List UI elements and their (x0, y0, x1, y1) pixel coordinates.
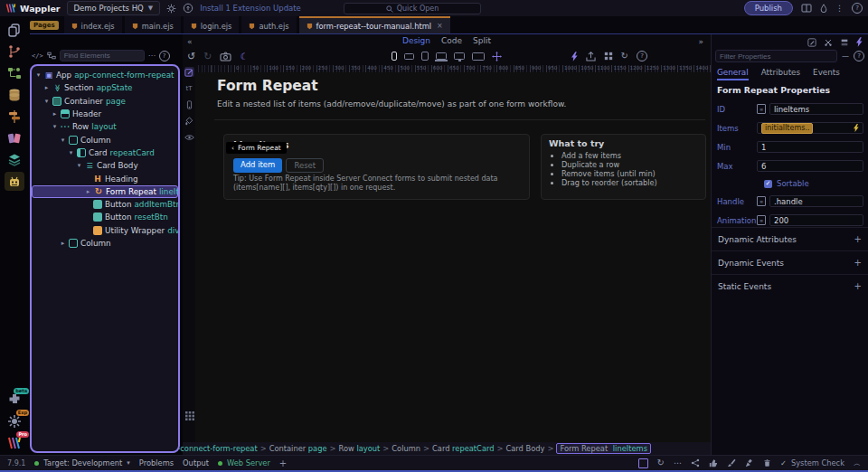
system-check[interactable]: ✓ System Check (780, 458, 844, 467)
web-server-status[interactable]: Web Server (218, 458, 270, 467)
binding-icon[interactable]: ≡ (757, 196, 766, 206)
id-input[interactable]: lineItems (769, 103, 863, 115)
find-elements-input[interactable] (60, 50, 145, 61)
animation-input[interactable]: 200 (769, 214, 863, 226)
properties-tab-general[interactable]: General (717, 68, 749, 80)
add-item-button[interactable]: Add item (233, 158, 282, 173)
target-selector[interactable]: Target: Development ▾ (34, 458, 129, 467)
breadcrumb-item-card-body[interactable]: Card Body (505, 444, 544, 453)
checkbox-sortable[interactable]: ✓ (764, 180, 772, 188)
chevron-down-icon[interactable]: ▾ (35, 71, 42, 79)
sidebar-item-server-connect[interactable] (5, 107, 24, 126)
properties-tab-attributes[interactable]: Attributes (761, 68, 800, 80)
tree-item-card-repeatcard[interactable]: ▾CardrepeatCard (32, 146, 178, 159)
breadcrumb-item-column[interactable]: Column (392, 444, 420, 453)
tree-help-icon[interactable]: ? (159, 51, 170, 61)
more-menu-icon[interactable]: ⋮ (835, 4, 844, 13)
feedback-icon[interactable] (709, 458, 718, 467)
sidebar-item-wappler-pro[interactable]: Pro (5, 433, 24, 452)
tree-item-header[interactable]: ▸Header (32, 108, 178, 120)
tree-item-column[interactable]: ▾Column (32, 133, 178, 146)
tree-more-icon[interactable]: ⋯ (148, 52, 156, 60)
theme-brush-icon[interactable] (727, 458, 736, 467)
max-input[interactable]: 6 (757, 160, 863, 172)
refresh-icon[interactable]: ↻ (621, 52, 628, 61)
reset-button[interactable]: Reset (286, 158, 324, 173)
selected-element-tag[interactable]: ‹ Form Repeat (226, 142, 287, 154)
chevron-right-icon[interactable]: ▸ (85, 188, 91, 195)
code-view-icon[interactable]: </> (32, 52, 43, 60)
sidebar-item-pages[interactable] (5, 20, 24, 39)
trash-icon[interactable] (763, 458, 771, 467)
help-icon[interactable]: ? (852, 3, 863, 14)
tab-login-ejs[interactable]: login.ejs (184, 16, 240, 33)
view-mode-split[interactable]: Split (473, 36, 491, 45)
clean-icon[interactable] (745, 458, 754, 467)
tab-index-ejs[interactable]: index.ejs (64, 16, 122, 33)
sidebar-item-ai-assistant[interactable] (5, 172, 24, 191)
section-static-events[interactable]: Static Events+ (712, 274, 868, 297)
chevron-down-icon[interactable]: ▾ (52, 123, 58, 130)
sidebar-item-extensions[interactable]: beta (5, 390, 24, 409)
panel-layout-icon[interactable] (801, 4, 812, 13)
tree-item-app-app-connect-form-repeat[interactable]: ▾Appapp-connect-form-repeat (32, 69, 178, 81)
theme-drop-icon[interactable] (820, 4, 827, 13)
tree-item-button-additembtn[interactable]: ButtonaddItemBtn (32, 198, 178, 211)
help-icon[interactable]: ? (637, 51, 647, 61)
filter-properties-input[interactable] (715, 50, 837, 62)
grid-toggle-icon[interactable] (185, 411, 194, 420)
install-extension-update-link[interactable]: Install 1 Extension Update (200, 4, 301, 13)
section-dynamic-attributes[interactable]: Dynamic Attributes+ (712, 227, 868, 250)
breadcrumb-item-card-repeatcard[interactable]: Card repeatCard (432, 444, 495, 453)
tree-item-column[interactable]: ▸Column (32, 237, 178, 250)
expand-plus-icon[interactable]: + (854, 234, 862, 244)
collapse-icon[interactable]: ︿ (854, 458, 861, 468)
chevron-right-icon[interactable]: ▸ (43, 84, 50, 91)
tab-main-ejs[interactable]: main.ejs (125, 16, 181, 33)
tree-item-heading[interactable]: Heading (32, 172, 178, 184)
text-styles-icon[interactable]: tT (184, 83, 194, 93)
sidebar-item-styles[interactable] (5, 128, 24, 147)
chevron-down-icon[interactable]: ▾ (76, 162, 82, 169)
refresh-icon[interactable]: ↻ (657, 458, 665, 467)
expand-plus-icon[interactable]: + (854, 258, 862, 268)
tree-item-utility-wrapper-div-note[interactable]: Utility Wrapperdiv note (32, 224, 178, 237)
apps-grid-icon[interactable] (604, 52, 613, 61)
handle-input[interactable]: .handle (769, 195, 863, 207)
sidebar-item-experimental[interactable]: Exp (5, 411, 24, 430)
phone-landscape-icon[interactable] (404, 53, 414, 60)
redo-icon[interactable]: ↻ (203, 52, 212, 61)
tv-icon[interactable] (472, 52, 485, 61)
edit-code-icon[interactable] (807, 37, 816, 47)
min-input[interactable]: 1 (757, 141, 863, 153)
chevron-right-icon[interactable]: ▸ (60, 240, 66, 247)
panel-minimize-icon[interactable]: — (842, 52, 849, 61)
chevron-down-icon[interactable]: ▾ (43, 98, 50, 105)
dynamic-data-icon[interactable] (856, 37, 863, 47)
chevron-down-icon[interactable]: ▾ (60, 137, 66, 144)
dark-mode-icon[interactable]: ☾ (240, 52, 248, 61)
chevron-right-icon[interactable]: ▸ (52, 110, 58, 118)
items-input[interactable]: initialItems.. (757, 122, 863, 134)
element-spacing-icon[interactable] (184, 99, 194, 109)
breadcrumb-item-form-repeat-lineitems[interactable]: Form Repeat lineItems (556, 443, 651, 454)
tree-view-icon[interactable] (47, 52, 56, 60)
sidebar-item-frameworks[interactable] (5, 150, 24, 169)
edit-design-icon[interactable] (184, 67, 194, 77)
problems-button[interactable]: Problems (139, 458, 174, 467)
tab-auth-ejs[interactable]: auth.ejs (241, 16, 296, 33)
dynamic-data-icon[interactable] (571, 52, 578, 61)
quick-open-search[interactable]: Quick Open (344, 3, 481, 14)
more-icon[interactable]: ⋯ (674, 458, 682, 467)
collapse-right-panel-icon[interactable]: » (698, 37, 703, 46)
properties-help-icon[interactable]: ? (854, 51, 864, 61)
tab-form-repeat-tour-manual-html[interactable]: form-repeat--tour-manual.html× (299, 16, 450, 33)
expand-plus-icon[interactable]: + (854, 281, 862, 291)
sidebar-item-git[interactable] (5, 42, 24, 61)
breadcrumb-item-container-page[interactable]: Container page (269, 444, 327, 453)
phone-icon[interactable] (392, 52, 397, 61)
tree-item-row-layout[interactable]: ▾Rowlayout (32, 120, 178, 133)
dynamic-data-icon[interactable] (854, 124, 859, 132)
responsive-move-icon[interactable] (492, 52, 502, 61)
items-binding-value[interactable]: initialItems.. (761, 123, 813, 134)
